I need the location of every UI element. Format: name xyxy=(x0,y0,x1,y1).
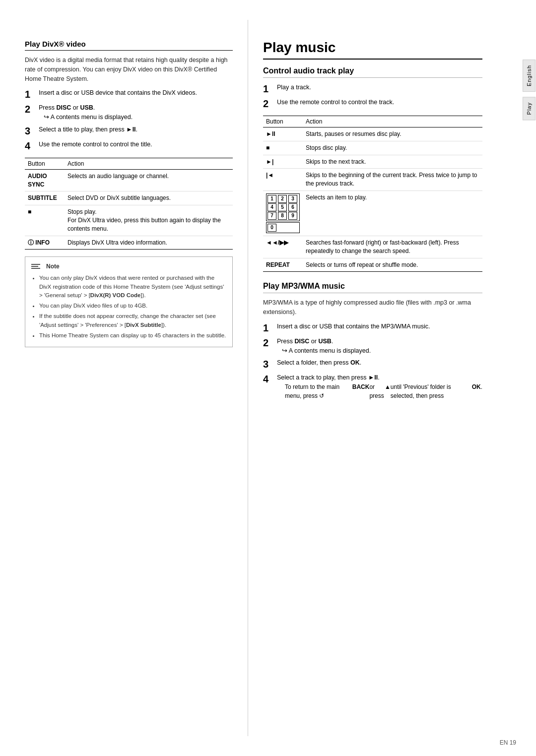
step-content-2: Press DISC or USB. ↪ A contents menu is … xyxy=(39,103,233,122)
key-8: 8 xyxy=(278,212,287,220)
left-section-title: Play DivX® video xyxy=(25,40,233,51)
left-column: Play DivX® video DivX video is a digital… xyxy=(0,20,248,736)
note-item-4: This Home Theatre System can display up … xyxy=(39,331,226,340)
divx-table-header-action: Action xyxy=(65,158,233,169)
keypad-zero: 0 xyxy=(266,222,300,233)
divx-action-audio: Selects an audio language or channel. xyxy=(65,169,233,191)
key-1: 1 xyxy=(268,195,276,203)
mp3-sub-item-1: To return to the main menu, press ↺ BACK… xyxy=(285,382,482,400)
mp3-intro: MP3/WMA is a type of highly compressed a… xyxy=(263,298,482,317)
key-4: 4 xyxy=(268,203,276,211)
left-step-4: 4 Use the remote control to control the … xyxy=(25,140,233,152)
audio-btn-stop: ■ xyxy=(263,141,303,155)
control-audio-steps: 1 Play a track. 2 Use the remote control… xyxy=(263,83,482,110)
divx-intro: DivX video is a digital media format tha… xyxy=(25,56,233,83)
audio-btn-prev: |◄ xyxy=(263,169,303,191)
mp3-title: Play MP3/WMA music xyxy=(263,282,482,293)
step-number-1: 1 xyxy=(25,88,39,100)
mp3-section: Play MP3/WMA music MP3/WMA is a type of … xyxy=(263,282,482,402)
mp3-step-num-3: 3 xyxy=(263,358,277,370)
note-line-1 xyxy=(31,264,40,265)
key-3: 3 xyxy=(288,195,297,203)
note-item-3: If the subtitle does not appear correctl… xyxy=(39,312,226,329)
mp3-step-num-1: 1 xyxy=(263,322,277,334)
key-0: 0 xyxy=(268,224,276,232)
note-lines-decoration xyxy=(31,264,40,269)
control-step-num-2: 2 xyxy=(263,98,277,110)
divx-btn-info: ⓘ INFO xyxy=(25,236,65,250)
audio-btn-playpause: ►II xyxy=(263,127,303,141)
divx-action-stop: Stops play.For DivX Ultra video, press t… xyxy=(65,205,233,236)
control-step-1: 1 Play a track. xyxy=(263,83,482,95)
note-line-2 xyxy=(31,266,38,267)
mp3-step-content-3: Select a folder, then press OK. xyxy=(277,358,482,368)
table-row: ■ Stops play.For DivX Ultra video, press… xyxy=(25,205,233,236)
audio-action-keypad: Selects an item to play. xyxy=(303,190,482,236)
mp3-step-1: 1 Insert a disc or USB that contains the… xyxy=(263,322,482,334)
table-row: ◄◄/▶▶ Searches fast-forward (right) or f… xyxy=(263,236,482,258)
table-row: ⓘ INFO Displays DivX Ultra video informa… xyxy=(25,236,233,250)
audio-action-stop: Stops disc play. xyxy=(303,141,482,155)
control-step-content-1: Play a track. xyxy=(277,83,482,92)
step-content-3: Select a title to play, then press ►II. xyxy=(39,125,233,134)
note-line-3 xyxy=(31,268,40,269)
left-step-2: 2 Press DISC or USB. ↪ A contents menu i… xyxy=(25,103,233,122)
step-number-4: 4 xyxy=(25,140,39,152)
step-arrow-2: ↪ A contents menu is displayed. xyxy=(44,113,233,122)
audio-btn-repeat: REPEAT xyxy=(263,258,303,272)
control-step-num-1: 1 xyxy=(263,83,277,95)
table-row: ►| Skips to the next track. xyxy=(263,155,482,169)
key-9: 9 xyxy=(288,212,297,220)
side-tab-play: Play xyxy=(523,97,536,120)
table-row: ►II Starts, pauses or resumes disc play. xyxy=(263,127,482,141)
table-row: AUDIOSYNC Selects an audio language or c… xyxy=(25,169,233,191)
left-step-1: 1 Insert a disc or USB device that conta… xyxy=(25,88,233,100)
page-number: EN 19 xyxy=(500,739,516,746)
right-main-title: Play music xyxy=(263,40,482,60)
note-box: Note You can only play DivX videos that … xyxy=(25,256,233,347)
control-step-2: 2 Use the remote control to control the … xyxy=(263,98,482,110)
table-row: |◄ Skips to the beginning of the current… xyxy=(263,169,482,191)
audio-table-header-action: Action xyxy=(303,116,482,127)
control-step-content-2: Use the remote control to control the tr… xyxy=(277,98,482,107)
left-step-3: 3 Select a title to play, then press ►II… xyxy=(25,125,233,137)
divx-table-header-button: Button xyxy=(25,158,65,169)
key-2: 2 xyxy=(278,195,287,203)
audio-btn-next: ►| xyxy=(263,155,303,169)
table-row: ■ Stops disc play. xyxy=(263,141,482,155)
table-row: REPEAT Selects or turns off repeat or sh… xyxy=(263,258,482,272)
audio-control-table: Button Action ►II Starts, pauses or resu… xyxy=(263,116,482,272)
divx-btn-subtitle: SUBTITLE xyxy=(25,191,65,205)
mp3-step-num-4: 4 xyxy=(263,373,277,385)
right-column: Play music Control audio track play 1 Pl… xyxy=(248,20,507,736)
side-tab: English Play xyxy=(522,0,536,756)
note-list: You can only play DivX videos that were … xyxy=(31,274,226,340)
side-tab-english: English xyxy=(523,60,536,92)
mp3-step-2: 2 Press DISC or USB. ↪ A contents menu i… xyxy=(263,337,482,356)
mp3-step-num-2: 2 xyxy=(263,337,277,349)
keypad-grid: 1 2 3 4 5 6 7 8 9 xyxy=(266,193,300,221)
note-item-2: You can play DivX video files of up to 4… xyxy=(39,302,226,310)
mp3-step-content-2: Press DISC or USB. ↪ A contents menu is … xyxy=(277,337,482,356)
divx-action-subtitle: Select DVD or DivX subtitle languages. xyxy=(65,191,233,205)
mp3-step-3: 3 Select a folder, then press OK. xyxy=(263,358,482,370)
step-number-2: 2 xyxy=(25,103,39,115)
step-content-1: Insert a disc or USB device that contain… xyxy=(39,88,233,98)
audio-action-repeat: Selects or turns off repeat or shuffle m… xyxy=(303,258,482,272)
control-audio-title: Control audio track play xyxy=(263,66,482,78)
audio-btn-search: ◄◄/▶▶ xyxy=(263,236,303,258)
divx-action-info: Displays DivX Ultra video information. xyxy=(65,236,233,250)
divx-table: Button Action AUDIOSYNC Selects an audio… xyxy=(25,158,233,250)
key-5: 5 xyxy=(278,203,287,211)
left-steps-list: 1 Insert a disc or USB device that conta… xyxy=(25,88,233,152)
mp3-sub-bullet: To return to the main menu, press ↺ BACK… xyxy=(285,382,482,400)
audio-action-prev: Skips to the beginning of the current tr… xyxy=(303,169,482,191)
table-row: 1 2 3 4 5 6 7 8 9 0 xyxy=(263,190,482,236)
audio-action-playpause: Starts, pauses or resumes disc play. xyxy=(303,127,482,141)
step-content-4: Use the remote control to control the ti… xyxy=(39,140,233,149)
mp3-step-content-1: Insert a disc or USB that contains the M… xyxy=(277,322,482,331)
note-header: Note xyxy=(31,262,226,271)
divx-btn-stop: ■ xyxy=(25,205,65,236)
audio-action-next: Skips to the next track. xyxy=(303,155,482,169)
audio-table-header-button: Button xyxy=(263,116,303,127)
